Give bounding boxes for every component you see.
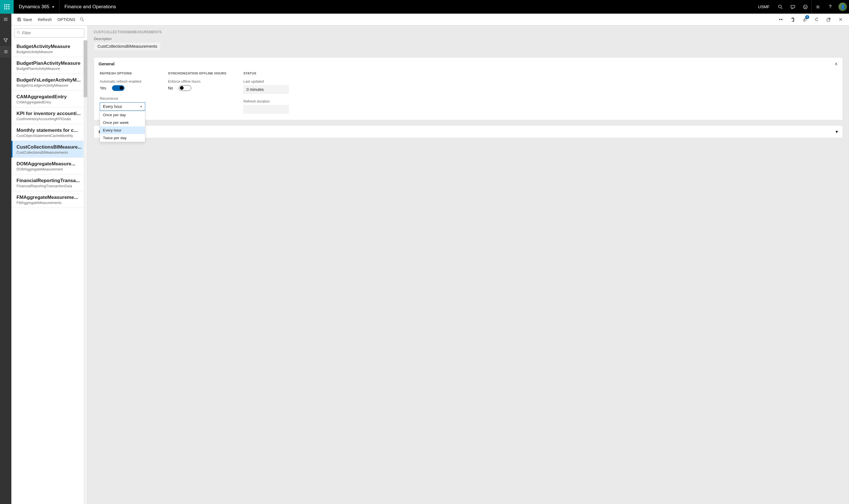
save-icon bbox=[17, 17, 21, 22]
refresh-button[interactable]: Refresh bbox=[35, 14, 55, 25]
recurrence-select[interactable]: Every hour ▾ bbox=[100, 102, 145, 111]
app-title: Finance and Operations bbox=[59, 0, 121, 14]
close-icon bbox=[838, 17, 843, 22]
svg-rect-1 bbox=[6, 4, 7, 5]
search-button[interactable] bbox=[774, 0, 786, 14]
offline-hours-column: SYNCHONIZATION OFFLINE HOURS Enforce off… bbox=[168, 72, 226, 114]
list-item-title: BudgetVsLedgerActivityM... bbox=[17, 77, 83, 83]
list-item-title: BudgetActivityMeasure bbox=[17, 44, 83, 50]
avatar-icon: 👤 bbox=[838, 3, 847, 11]
list-item[interactable]: Monthly statements for c...CostObjectSta… bbox=[11, 124, 87, 141]
list-item[interactable]: KPI for inventory accounti...CostInvento… bbox=[11, 107, 87, 124]
list-item[interactable]: FinancialReportingTransa...FinancialRepo… bbox=[11, 175, 87, 191]
last-updated-label: Last updated bbox=[243, 79, 295, 84]
list-item[interactable]: CAMAggregatedEntryCAMAggregatedEntry bbox=[11, 91, 87, 107]
close-button[interactable] bbox=[836, 16, 845, 23]
personalize-button[interactable] bbox=[777, 16, 785, 23]
list-item-subtitle: CAMAggregatedEntry bbox=[17, 100, 83, 104]
general-card: General ∧ REFRESH OPTIONS Automatic refr… bbox=[94, 57, 843, 120]
list-item[interactable]: DOMAggregateMeasure...DOMAggregateMeasur… bbox=[11, 158, 87, 175]
auto-refresh-label: Automatic refresh enabled bbox=[100, 79, 151, 84]
smiley-icon bbox=[803, 4, 808, 10]
settings-button[interactable] bbox=[812, 0, 824, 14]
refresh-options-column: REFRESH OPTIONS Automatic refresh enable… bbox=[100, 72, 151, 114]
page-refresh-button[interactable] bbox=[813, 16, 820, 23]
svg-line-33 bbox=[19, 33, 20, 34]
recurrence-option[interactable]: Once per day bbox=[100, 111, 145, 119]
svg-point-32 bbox=[17, 31, 19, 33]
attachments-button[interactable]: 0 bbox=[801, 16, 809, 23]
help-button[interactable]: ? bbox=[824, 0, 836, 14]
office-button[interactable] bbox=[789, 16, 797, 23]
page-body: BudgetActivityMeasureBudgetActivityMeasu… bbox=[11, 25, 849, 504]
list-item-title: Monthly statements for c... bbox=[17, 128, 83, 133]
list-item-title: DOMAggregateMeasure... bbox=[17, 161, 83, 167]
list-item-title: CAMAggregatedEntry bbox=[17, 94, 83, 100]
attachment-count-badge: 0 bbox=[805, 15, 809, 19]
brand-label: Dynamics 365 bbox=[19, 4, 50, 10]
user-avatar-button[interactable]: 👤 bbox=[836, 0, 849, 14]
recurrence-value: Every hour bbox=[103, 104, 122, 109]
recurrence-option[interactable]: Twice per day bbox=[100, 134, 145, 142]
popout-button[interactable] bbox=[825, 16, 832, 23]
list-rail-button[interactable] bbox=[0, 46, 11, 57]
enforce-offline-toggle[interactable] bbox=[179, 85, 191, 91]
list-item[interactable]: CustCollectionsBIMeasure...CustCollectio… bbox=[11, 141, 87, 158]
list-item[interactable]: BudgetVsLedgerActivityM...BudgetVsLedger… bbox=[11, 74, 87, 91]
refresh-duration-value bbox=[243, 105, 289, 114]
svg-point-14 bbox=[806, 6, 806, 6]
svg-rect-2 bbox=[8, 4, 10, 5]
recurrence-option[interactable]: Once per week bbox=[100, 119, 145, 126]
save-button[interactable]: Save bbox=[14, 14, 35, 25]
recurrence-dropdown: Once per dayOnce per weekEvery hourTwice… bbox=[100, 111, 145, 142]
list-filter-input-wrap[interactable] bbox=[14, 29, 84, 37]
list-item-subtitle: FMAggregateMeasurements bbox=[17, 201, 83, 205]
search-icon bbox=[17, 31, 20, 36]
list-scrollbar[interactable] bbox=[84, 40, 87, 504]
filter-rail-button[interactable] bbox=[0, 35, 11, 46]
svg-point-15 bbox=[817, 6, 818, 7]
recurrence-option[interactable]: Every hour bbox=[100, 126, 145, 134]
list-scrollbar-thumb[interactable] bbox=[84, 40, 87, 97]
top-bar: Dynamics 365 ▾ Finance and Operations US… bbox=[0, 0, 849, 14]
product-switcher[interactable]: Dynamics 365 ▾ bbox=[14, 0, 59, 14]
svg-point-9 bbox=[778, 5, 781, 8]
options-button[interactable]: OPTIONS bbox=[55, 14, 78, 25]
second-card-header[interactable]: R ▾ bbox=[94, 126, 843, 138]
list-item-title: BudgetPlanActivityMeasure bbox=[17, 60, 83, 66]
feedback-button[interactable] bbox=[799, 0, 812, 14]
popout-icon bbox=[826, 17, 831, 22]
list-item[interactable]: BudgetPlanActivityMeasureBudgetPlanActiv… bbox=[11, 57, 87, 74]
chevron-down-icon: ▾ bbox=[52, 5, 54, 9]
recurrence-select-wrap: Every hour ▾ Once per dayOnce per weekEv… bbox=[100, 102, 145, 111]
list-item-title: FinancialReportingTransa... bbox=[17, 178, 83, 183]
gear-icon bbox=[815, 4, 820, 10]
actionbar-right: 0 bbox=[777, 16, 846, 23]
general-header[interactable]: General ∧ bbox=[94, 58, 843, 70]
svg-rect-23 bbox=[18, 20, 20, 21]
svg-rect-11 bbox=[791, 5, 795, 8]
auto-refresh-value-text: Yes bbox=[100, 86, 106, 90]
second-card: R ▾ bbox=[94, 125, 843, 138]
list-item-title: CustCollectionsBIMeasure... bbox=[17, 144, 83, 150]
search-icon bbox=[778, 4, 783, 10]
list-items-container: BudgetActivityMeasureBudgetActivityMeasu… bbox=[11, 40, 87, 504]
app-launcher-button[interactable] bbox=[0, 0, 14, 14]
refresh-duration-label: Refresh duration bbox=[243, 100, 295, 103]
company-code[interactable]: USMF bbox=[754, 4, 774, 9]
list-item[interactable]: BudgetActivityMeasureBudgetActivityMeasu… bbox=[11, 40, 87, 57]
svg-rect-5 bbox=[8, 6, 10, 7]
auto-refresh-toggle[interactable] bbox=[112, 85, 124, 91]
list-filter-input[interactable] bbox=[22, 31, 82, 35]
messages-button[interactable] bbox=[786, 0, 799, 14]
find-button[interactable] bbox=[78, 14, 88, 25]
list-item-subtitle: BudgetVsLedgerActivityMeasure bbox=[17, 84, 83, 88]
list-item-title: KPI for inventory accounti... bbox=[17, 111, 83, 116]
svg-rect-4 bbox=[6, 6, 7, 7]
hamburger-menu-button[interactable] bbox=[0, 14, 11, 25]
enforce-offline-label: Enforce offline hours bbox=[168, 79, 226, 84]
list-item[interactable]: FMAggregateMeasureme...FMAggregateMeasur… bbox=[11, 191, 87, 208]
save-label: Save bbox=[23, 17, 32, 22]
description-label: Description bbox=[94, 37, 843, 41]
waffle-icon bbox=[4, 4, 10, 10]
